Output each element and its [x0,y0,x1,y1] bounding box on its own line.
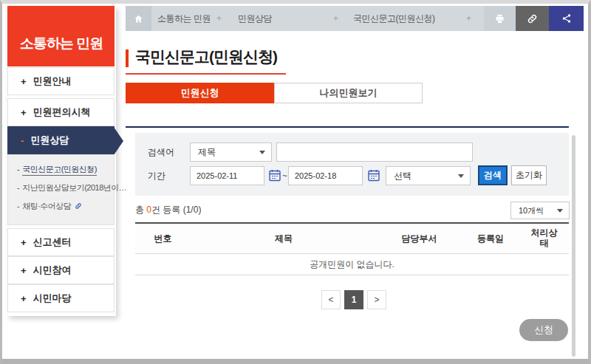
keyword-type-select[interactable]: 제목 [190,142,272,162]
sidebar-item-citizen-plaza[interactable]: + 시민마당 [7,284,115,312]
scrollbar-thumb[interactable] [572,135,575,357]
page-root: 소통하는 민원 + 민원안내 + 민원편의시책 - 민원상담 -국민신문고(민원… [0,0,591,364]
reset-button[interactable]: 초기화 [511,165,547,185]
column-header-status: 처리상태 [519,224,569,253]
sidebar-item-report-center[interactable]: + 신고센터 [7,228,115,256]
breadcrumb-item-2[interactable]: 민원상담 [238,6,272,31]
keyword-label: 검색어 [148,142,174,162]
minus-icon: - [21,135,24,146]
print-button[interactable] [484,6,516,31]
minwon-table: 번호 제목 담당부서 등록일 처리상태 공개민원이 없습니다. [135,222,569,275]
share-button[interactable] [549,6,584,31]
submenu-item-label: 지난민원상담보기(2018년이… [22,183,126,192]
column-header-department: 담당부서 [377,224,462,253]
copy-link-button[interactable] [516,6,549,31]
search-button[interactable]: 검색 [478,165,508,185]
breadcrumb-item-1[interactable]: 소통하는 민원 [151,6,216,31]
breadcrumb-separator: + [333,6,338,31]
column-header-title: 제목 [191,224,377,253]
sidebar-item-label: 민원상담 [30,134,69,147]
keyword-input[interactable] [276,142,473,162]
sidebar-item-label: 시민마당 [33,292,72,305]
breadcrumb-separator: + [466,6,471,31]
section-divider [126,126,569,128]
plus-icon: + [21,265,27,276]
breadcrumb-separator: + [216,6,222,31]
sidebar-item-label: 시민참여 [33,264,72,277]
breadcrumb: 소통하는 민원 + 민원상담 + 국민신문고(민원신청) + [126,6,584,31]
printer-icon [494,13,505,24]
sidebar-item-minwon-policy[interactable]: + 민원편의시책 [7,98,115,126]
sidebar-title-label: 소통하는 민원 [20,34,103,53]
tab-label: 민원신청 [181,86,219,100]
link-icon [527,13,538,24]
column-header-status-label: 처리상태 [529,228,560,249]
category-value: 선택 [394,170,458,182]
sidebar-item-citizen-participation[interactable]: + 시민참여 [7,256,115,284]
column-header-number: 번호 [135,224,191,253]
page-title-block: 국민신문고(민원신청) [126,47,286,75]
calendar-icon [269,169,281,182]
plus-icon: + [21,107,27,118]
dash-icon: - [17,202,19,210]
calendar-icon [368,169,380,182]
dash-icon: - [17,183,19,192]
date-to-calendar-button[interactable] [367,169,380,182]
page-size-select[interactable]: 10개씩 [510,202,570,219]
apply-button[interactable]: 신청 [519,319,568,341]
sidebar-item-label: 민원편의시책 [33,106,91,119]
dash-icon: - [17,165,19,174]
submenu-item-past-consult[interactable]: -지난민원상담보기(2018년이… [17,182,106,193]
pagination-next-button[interactable]: > [367,290,386,309]
active-arrow [114,127,123,155]
column-header-regdate: 등록일 [462,224,519,253]
sidebar-item-label: 신고센터 [33,236,72,249]
search-form: 검색어 제목 기간 ~ 선택 검색 초기화 [135,133,569,196]
plus-icon: + [21,237,27,248]
period-label: 기간 [148,166,165,185]
pagination-prev-button[interactable]: < [321,290,341,309]
sidebar-item-minwon-consult[interactable]: - 민원상담 [7,126,115,154]
submenu-item-chat-sign[interactable]: -채팅·수어상담 [17,201,106,212]
pagination: < 1 > [321,290,386,309]
breadcrumb-item-3[interactable]: 국민신문고(민원신청) [353,6,435,31]
date-from-input[interactable] [190,166,264,185]
date-to-input[interactable] [288,166,363,185]
plus-icon: + [21,76,27,87]
keyword-type-value: 제목 [198,146,259,159]
plus-icon: + [21,293,27,304]
sidebar-item-minwon-guide[interactable]: + 민원안내 [7,67,115,95]
submenu-item-sinmungo[interactable]: -국민신문고(민원신청) [17,164,106,175]
title-accent-bar [126,49,129,67]
home-icon [134,14,143,24]
submenu-item-label: 채팅·수어상담 [22,202,71,210]
date-range-separator: ~ [282,166,287,185]
share-icon [561,13,572,24]
date-from-calendar-button[interactable] [268,169,281,182]
sidebar-title: 소통하는 민원 [7,6,115,66]
submenu-item-label: 국민신문고(민원신청) [22,165,97,176]
home-button[interactable] [126,6,151,31]
summary-prefix: 총 [135,205,146,215]
category-select[interactable]: 선택 [386,166,471,185]
empty-message: 공개민원이 없습니다. [135,254,569,275]
page-size-value: 10개씩 [519,205,557,216]
chevron-down-icon [259,151,265,154]
chevron-down-icon [458,174,464,178]
table-header-row: 번호 제목 담당부서 등록일 처리상태 [135,224,569,254]
sidebar-item-label: 민원안내 [33,75,72,88]
sidebar-submenu: -국민신문고(민원신청) -지난민원상담보기(2018년이… -채팅·수어상담 [7,154,115,225]
external-link-icon [75,202,82,210]
tab-my-minwon[interactable]: 나의민원보기 [274,83,423,103]
page-title: 국민신문고(민원신청) [126,47,286,75]
result-summary: 총 0건 등록 (1/0) [135,204,201,216]
chevron-down-icon [557,209,563,213]
tab-label: 나의민원보기 [320,86,378,100]
summary-suffix: 건 등록 (1/0) [151,205,201,215]
tab-minwon-apply[interactable]: 민원신청 [126,83,274,103]
pagination-page-1[interactable]: 1 [344,290,363,309]
